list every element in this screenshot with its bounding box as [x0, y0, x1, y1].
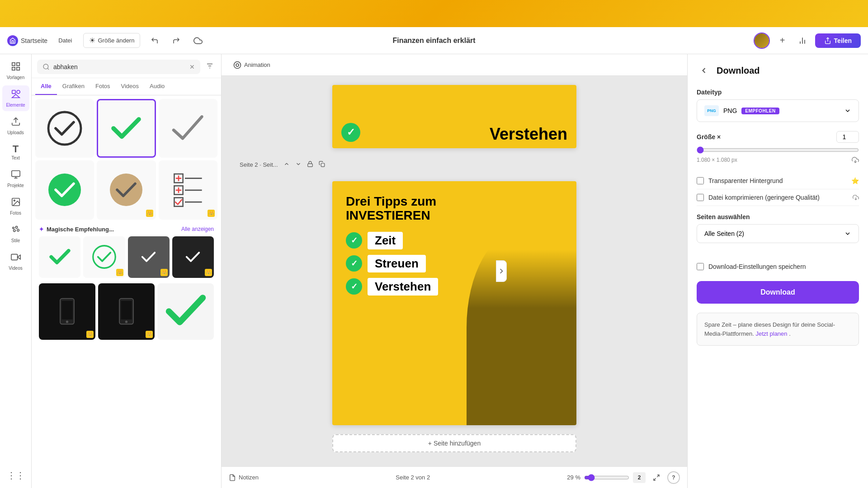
size-label: Größe ändern [98, 37, 135, 44]
cat-tab-audio[interactable]: Audio [144, 78, 170, 95]
projekte-label: Projekte [7, 183, 24, 188]
sidebar-item-fotos[interactable]: Fotos [2, 193, 29, 219]
assets-row-1 [35, 99, 217, 158]
compress-row: Datei komprimieren (geringere Qualität) [697, 189, 859, 206]
transparent-bg-label[interactable]: Transparenter Hintergrund [708, 177, 847, 184]
download-size-icon [852, 156, 859, 164]
home-button[interactable]: Startseite [7, 35, 47, 46]
fullscreen-button[interactable] [649, 470, 664, 485]
asset-item-4[interactable] [35, 160, 94, 219]
hide-panel-button[interactable] [496, 260, 507, 282]
sidebar-item-uploads[interactable]: Uploads [2, 113, 29, 139]
file-type-select[interactable]: PNG PNG EMPFOHLEN [697, 99, 859, 122]
asset-item-3[interactable] [159, 99, 217, 158]
back-button[interactable] [697, 63, 711, 78]
size-multiplier-input[interactable] [836, 131, 859, 143]
page-down-button[interactable] [293, 159, 303, 170]
transparent-bg-checkbox[interactable] [697, 177, 704, 184]
sidebar-item-text[interactable]: T Text [2, 141, 29, 164]
svg-point-28 [48, 112, 81, 145]
sidebar-item-vorlagen[interactable]: Vorlagen [2, 58, 29, 84]
help-button[interactable]: ? [667, 471, 680, 484]
sidebar-item-elemente[interactable]: Elemente [2, 85, 29, 111]
size-button[interactable]: ☀ Größe ändern [83, 33, 141, 48]
animation-button[interactable]: Animation [229, 59, 275, 71]
add-page-button[interactable]: + Seite hinzufügen [332, 434, 576, 452]
check-icon-2: ✓ [346, 255, 362, 272]
add-page-wrap: + Seite hinzufügen [332, 434, 576, 452]
search-icon [42, 63, 50, 70]
page-navigation [282, 159, 327, 170]
lock-page-button[interactable] [305, 159, 315, 170]
check-icon-1: ✓ [346, 232, 362, 249]
cloud-save-button[interactable] [191, 33, 205, 48]
zoom-slider[interactable] [584, 474, 629, 481]
stile-icon [11, 225, 21, 237]
save-settings-row: Download-Einstellungen speichern [697, 259, 859, 274]
canvas-page-1[interactable]: ✓ Verstehen [332, 85, 576, 148]
sidebar-item-videos[interactable]: Videos [2, 249, 29, 274]
share-button[interactable]: Teilen [815, 33, 861, 48]
svg-point-41 [93, 246, 116, 268]
svg-rect-7 [16, 67, 19, 70]
canvas-page-2[interactable]: Drei Tipps zum INVESTIEREN ✓ Zeit [332, 181, 576, 425]
svg-line-54 [657, 475, 659, 477]
cat-tab-alle[interactable]: Alle [35, 78, 57, 95]
download-button[interactable]: Download [697, 281, 859, 304]
device-item-1[interactable]: 👑 [39, 283, 95, 340]
project-title: Finanzen einfach erklärt [392, 37, 475, 45]
download-panel-title: Download [717, 66, 760, 76]
svg-rect-6 [12, 67, 14, 70]
svg-point-19 [13, 230, 15, 232]
add-collaborator-button[interactable]: + [775, 33, 790, 48]
cat-tab-videos[interactable]: Videos [116, 78, 145, 95]
redo-button[interactable] [169, 33, 184, 48]
toolbar-right: + Teilen [754, 33, 861, 49]
sidebar-item-grid[interactable]: ⋮⋮ [2, 466, 29, 484]
file-button[interactable]: Datei [55, 35, 75, 46]
sidebar-item-stile[interactable]: Stile [2, 221, 29, 247]
save-settings-checkbox[interactable] [697, 263, 704, 270]
sidebar-icons: Vorlagen Elemente Uploads T Text [0, 54, 32, 488]
asset-item-large-check[interactable] [157, 283, 214, 340]
pages-select[interactable]: Alle Seiten (2) [697, 224, 859, 243]
device-item-2[interactable]: 👑 [98, 283, 155, 340]
asset-item-2[interactable] [97, 99, 156, 158]
toolbar: Startseite Datei ☀ Größe ändern [0, 27, 868, 54]
asset-item-5[interactable]: 👑 [97, 160, 156, 219]
magic-see-all-link[interactable]: Alle anzeigen [181, 226, 214, 232]
jetzt-planen-link[interactable]: Jetzt planen [755, 330, 787, 337]
save-settings-label[interactable]: Download-Einstellungen speichern [708, 263, 859, 270]
size-label-row: Größe × [697, 131, 859, 143]
compress-label[interactable]: Datei komprimieren (geringere Qualität) [708, 194, 848, 201]
magic-item-3[interactable]: 👑 [128, 236, 170, 278]
svg-rect-22 [11, 254, 17, 260]
clear-search-button[interactable]: ✕ [189, 63, 195, 70]
svg-rect-8 [12, 90, 15, 94]
page-up-button[interactable] [282, 159, 292, 170]
premium-badge-2: 👑 [208, 210, 215, 217]
size-slider[interactable] [697, 146, 859, 154]
magic-item-1[interactable] [39, 236, 80, 278]
filter-button[interactable] [204, 60, 216, 74]
pages-group: Seiten auswählen Alle Seiten (2) [697, 206, 859, 250]
svg-marker-21 [17, 255, 20, 259]
canvas-toolbar: Animation [222, 54, 687, 76]
compress-checkbox[interactable] [697, 194, 704, 201]
asset-item-6[interactable]: 👑 [159, 160, 217, 219]
asset-item-1[interactable] [35, 99, 94, 158]
cat-tab-fotos[interactable]: Fotos [90, 78, 116, 95]
notes-button[interactable]: Notizen [229, 474, 259, 481]
png-icon: PNG [704, 105, 719, 116]
bottom-left: Notizen [229, 474, 259, 481]
undo-button[interactable] [147, 33, 162, 48]
sidebar-item-projekte[interactable]: Projekte [2, 166, 29, 192]
magic-item-2[interactable]: 👑 [83, 236, 125, 278]
download-panel-header: Download [697, 63, 859, 78]
cat-tab-grafiken[interactable]: Grafiken [57, 78, 90, 95]
duplicate-page-button[interactable] [317, 159, 327, 170]
compress-icon [853, 194, 859, 201]
magic-item-4[interactable]: 👑 [172, 236, 214, 278]
analytics-button[interactable] [795, 33, 810, 48]
search-input[interactable] [53, 63, 186, 70]
